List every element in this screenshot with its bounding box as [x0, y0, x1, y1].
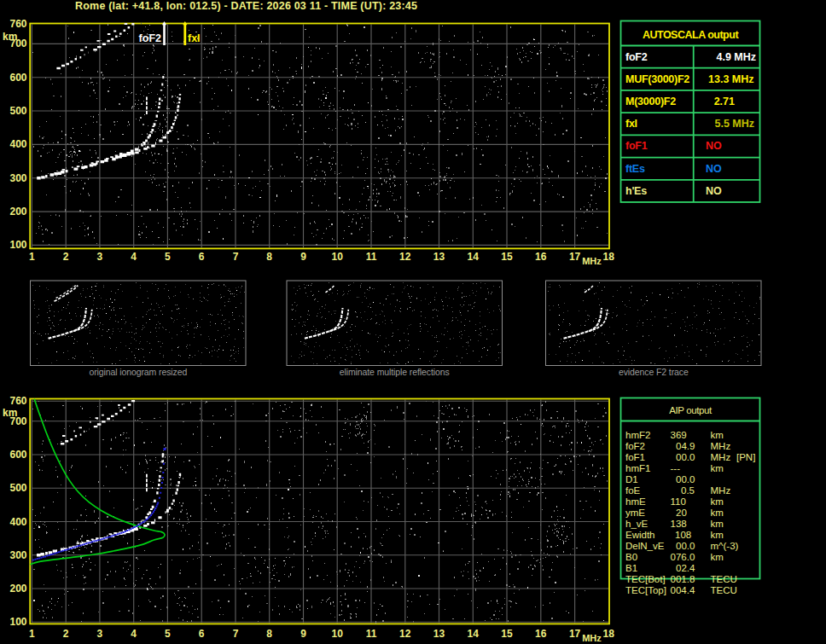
svg-text:hmF1: hmF1 [625, 463, 650, 473]
svg-text:foF1: foF1 [625, 452, 645, 462]
svg-text:foF2: foF2 [625, 441, 645, 451]
svg-text:02.4: 02.4 [676, 563, 695, 573]
svg-text:14: 14 [468, 628, 480, 640]
svg-text:3: 3 [97, 628, 103, 640]
svg-text:00.0: 00.0 [676, 452, 695, 462]
svg-text:4: 4 [131, 628, 137, 640]
svg-text:M(3000)F2: M(3000)F2 [625, 96, 676, 107]
svg-text:400: 400 [9, 138, 26, 150]
svg-text:MHz: MHz [711, 452, 731, 462]
svg-text:5.5 MHz: 5.5 MHz [714, 118, 754, 130]
svg-text:500: 500 [9, 482, 26, 494]
svg-text:km: km [3, 31, 17, 43]
svg-text:760: 760 [9, 395, 26, 407]
svg-text:12: 12 [399, 251, 411, 263]
svg-text:13.3 MHz: 13.3 MHz [708, 73, 754, 85]
svg-text:---: --- [671, 463, 681, 473]
svg-text:10: 10 [332, 251, 344, 263]
svg-text:ftEs: ftEs [625, 163, 645, 175]
svg-text:evidence F2 trace: evidence F2 trace [619, 367, 689, 377]
svg-text:AUTOSCALA output: AUTOSCALA output [643, 29, 739, 41]
svg-text:200: 200 [9, 583, 26, 595]
svg-text:18: 18 [603, 628, 615, 640]
svg-text:MUF(3000)F2: MUF(3000)F2 [625, 73, 689, 85]
svg-text:076.0: 076.0 [671, 552, 695, 562]
svg-text:6: 6 [199, 251, 205, 263]
svg-text:km: km [711, 552, 724, 562]
svg-text:B1: B1 [625, 563, 637, 573]
svg-text:4: 4 [131, 251, 137, 263]
svg-text:300: 300 [9, 172, 26, 184]
svg-text:110: 110 [671, 496, 686, 507]
svg-text:2.71: 2.71 [714, 96, 735, 107]
svg-text:MHz: MHz [711, 441, 731, 451]
svg-text:NO: NO [706, 140, 722, 152]
svg-text:7: 7 [233, 628, 239, 640]
svg-text:TECU: TECU [711, 574, 737, 584]
svg-text:TEC[Top]: TEC[Top] [625, 585, 666, 595]
svg-text:Ewidth: Ewidth [625, 530, 655, 540]
svg-text:138: 138 [671, 519, 687, 529]
svg-text:17: 17 [569, 628, 581, 640]
svg-text:16: 16 [535, 628, 547, 640]
svg-text:9: 9 [300, 251, 306, 263]
svg-text:18: 18 [603, 251, 615, 263]
svg-text:km: km [711, 463, 724, 473]
svg-text:5: 5 [165, 628, 171, 640]
svg-text:B0: B0 [625, 552, 637, 562]
svg-text:fxI: fxI [188, 32, 201, 44]
svg-text:8: 8 [266, 251, 272, 263]
svg-text:2: 2 [63, 628, 69, 640]
svg-text:7: 7 [233, 251, 239, 263]
svg-text:14: 14 [468, 251, 480, 263]
svg-text:MHz: MHz [711, 485, 731, 496]
svg-text:fxI: fxI [625, 118, 637, 130]
svg-text:0.5: 0.5 [681, 485, 695, 496]
svg-text:11: 11 [366, 251, 377, 263]
svg-text:3: 3 [97, 251, 103, 263]
svg-text:15: 15 [501, 251, 513, 263]
svg-text:20: 20 [676, 508, 687, 518]
svg-text:foF2: foF2 [625, 51, 648, 63]
svg-text:100: 100 [9, 616, 26, 628]
svg-text:MHz: MHz [582, 256, 602, 266]
svg-text:369: 369 [671, 430, 687, 440]
svg-text:108: 108 [675, 530, 691, 540]
svg-text:original ionogram resized: original ionogram resized [89, 367, 187, 377]
svg-text:760: 760 [9, 18, 26, 30]
svg-text:4.9 MHz: 4.9 MHz [716, 51, 756, 63]
svg-text:km: km [711, 530, 724, 540]
svg-text:300: 300 [9, 549, 26, 561]
svg-text:12: 12 [399, 628, 411, 640]
svg-text:DelN_vE: DelN_vE [625, 541, 665, 551]
svg-text:km: km [711, 496, 724, 507]
svg-text:Rome (lat: +41.8, lon: 012.5): Rome (lat: +41.8, lon: 012.5) - DATE: 20… [75, 0, 417, 12]
svg-text:ymE: ymE [625, 508, 645, 518]
svg-text:TEC[Bot]: TEC[Bot] [625, 574, 666, 584]
svg-text:D1: D1 [625, 474, 638, 484]
svg-text:eliminate multiple reflections: eliminate multiple reflections [340, 367, 450, 377]
svg-text:h_vE: h_vE [625, 519, 649, 529]
svg-text:600: 600 [9, 449, 26, 461]
svg-text:km: km [711, 519, 724, 529]
svg-text:[PN]: [PN] [736, 452, 755, 462]
svg-text:hmF2: hmF2 [625, 430, 650, 440]
svg-text:17: 17 [569, 251, 581, 263]
svg-text:16: 16 [535, 251, 547, 263]
svg-text:foE: foE [625, 485, 641, 496]
svg-text:MHz: MHz [582, 633, 602, 643]
svg-text:1: 1 [29, 628, 35, 640]
svg-text:foF2: foF2 [139, 32, 161, 44]
svg-text:h'Es: h'Es [625, 185, 647, 197]
svg-text:100: 100 [9, 239, 26, 251]
svg-text:400: 400 [9, 516, 26, 528]
svg-text:9: 9 [300, 628, 306, 640]
svg-text:AIP output: AIP output [669, 405, 713, 415]
svg-text:6: 6 [199, 628, 205, 640]
svg-text:04.9: 04.9 [676, 441, 695, 451]
svg-text:NO: NO [706, 163, 722, 175]
svg-text:001.8: 001.8 [671, 574, 695, 584]
svg-text:hmE: hmE [625, 496, 646, 507]
svg-text:km: km [711, 508, 724, 518]
svg-text:TECU: TECU [711, 585, 737, 595]
